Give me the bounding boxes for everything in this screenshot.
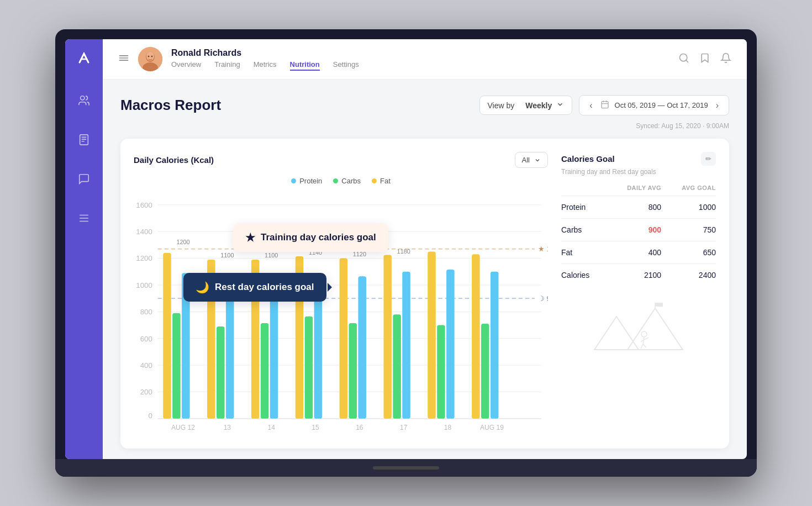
table-row: Carbs 900 750 [561, 219, 716, 241]
table-row: Calories 2100 2400 [561, 264, 716, 287]
view-select[interactable]: View by Weekly [479, 96, 573, 115]
svg-text:1100: 1100 [265, 252, 278, 259]
svg-text:18: 18 [444, 424, 452, 431]
tab-nutrition[interactable]: Nutrition [290, 60, 320, 71]
sidebar-document-icon[interactable] [73, 129, 94, 153]
row-avg-calories: 2100 [607, 264, 661, 287]
tab-training[interactable]: Training [214, 60, 240, 71]
training-tooltip: ★ Training day calories goal [233, 223, 388, 252]
row-goal-calories: 2400 [661, 264, 716, 287]
svg-text:1200: 1200 [136, 254, 152, 262]
row-label-fat: Fat [561, 241, 607, 264]
svg-text:800: 800 [140, 308, 152, 316]
sidebar-filter-icon[interactable] [73, 208, 94, 231]
tab-overview[interactable]: Overview [171, 60, 201, 71]
chart-filter[interactable]: All [515, 152, 548, 168]
bell-icon[interactable] [720, 52, 731, 66]
prev-date-button[interactable]: ‹ [587, 101, 594, 110]
main-content: Ronald Richards Overview Training Metric… [103, 39, 747, 459]
svg-rect-51 [217, 326, 225, 419]
app-logo [76, 50, 92, 69]
controls: View by Weekly ‹ [479, 95, 729, 115]
chart-section: Daily Calories (Kcal) All Protein [120, 139, 729, 449]
bookmark-icon[interactable] [699, 52, 710, 66]
svg-text:AUG 19: AUG 19 [480, 424, 504, 431]
table-row: Protein 800 1000 [561, 196, 716, 219]
sidebar-chat-icon[interactable] [73, 168, 94, 192]
rest-tooltip: 🌙 Rest day calories goal [183, 273, 326, 302]
svg-rect-1 [80, 135, 88, 145]
col-daily-avg: DAILY AVG [607, 185, 661, 196]
star-icon: ★ [245, 231, 255, 244]
svg-rect-74 [491, 272, 499, 419]
svg-text:1000: 1000 [136, 281, 152, 289]
laptop-frame: Ronald Richards Overview Training Metric… [55, 29, 757, 477]
user-name: Ronald Richards [171, 48, 669, 58]
legend-fat: Fat [372, 177, 391, 185]
table-row: Fat 400 650 [561, 241, 716, 264]
col-avg-goal: AVG GOAL [661, 185, 716, 196]
svg-text:★ 1270: ★ 1270 [538, 245, 548, 253]
view-by-label: View by [488, 101, 515, 110]
svg-text:1180: 1180 [397, 248, 410, 255]
edit-button[interactable]: ✏ [701, 152, 716, 166]
chart-svg-wrap: 1600 1400 1200 1000 800 600 400 200 0 [134, 193, 548, 435]
row-label-carbs: Carbs [561, 219, 607, 241]
svg-text:17: 17 [400, 424, 408, 431]
page-content: Macros Report View by Weekly ‹ [103, 80, 747, 459]
pencil-icon: ✏ [705, 155, 711, 163]
row-avg-protein: 800 [607, 196, 661, 219]
svg-line-18 [686, 60, 688, 62]
svg-text:15: 15 [312, 424, 319, 431]
tab-settings[interactable]: Settings [333, 60, 359, 71]
col-label [561, 185, 607, 196]
sidebar-users-icon[interactable] [73, 90, 94, 114]
svg-rect-71 [446, 270, 455, 419]
laptop-screen: Ronald Richards Overview Training Metric… [65, 39, 747, 459]
hamburger-icon[interactable] [118, 52, 129, 66]
illustration [561, 297, 716, 363]
svg-text:13: 13 [224, 424, 231, 431]
svg-text:200: 200 [140, 388, 152, 396]
carbs-dot [333, 178, 338, 183]
chart-title: Daily Calories (Kcal) [134, 155, 214, 165]
calendar-icon [600, 100, 609, 110]
svg-text:0: 0 [148, 412, 152, 420]
laptop-notch [373, 466, 439, 470]
row-avg-carbs: 900 [607, 219, 661, 241]
row-avg-fat: 400 [607, 241, 661, 264]
fat-dot [372, 178, 377, 183]
view-value: Weekly [525, 101, 552, 110]
svg-rect-55 [261, 323, 269, 419]
svg-text:☽ 900: ☽ 900 [538, 294, 548, 303]
training-tooltip-text: Training day calories goal [261, 232, 376, 243]
next-date-button[interactable]: › [714, 101, 721, 110]
svg-rect-68 [402, 272, 410, 419]
nav-tabs: Overview Training Metrics Nutrition Sett… [171, 60, 669, 71]
legend: Protein Carbs Fat [134, 177, 548, 185]
rest-tooltip-text: Rest day calories goal [215, 282, 314, 293]
user-info: Ronald Richards Overview Training Metric… [171, 48, 669, 71]
svg-line-88 [643, 344, 646, 347]
svg-point-15 [148, 56, 150, 57]
goals-table: DAILY AVG AVG GOAL Protein 800 1000 [561, 185, 716, 286]
svg-text:14: 14 [267, 424, 275, 431]
panel-subtitle: Training day and Rest day goals [561, 168, 716, 176]
svg-rect-46 [163, 253, 171, 419]
svg-line-87 [641, 344, 643, 349]
row-goal-fat: 650 [661, 241, 716, 264]
tab-metrics[interactable]: Metrics [254, 60, 277, 71]
panel-title: Calories Goal [561, 154, 615, 164]
svg-point-14 [146, 52, 154, 61]
row-goal-protein: 1000 [661, 196, 716, 219]
svg-text:1600: 1600 [136, 201, 152, 209]
svg-rect-63 [349, 323, 357, 419]
legend-protein: Protein [291, 177, 322, 185]
svg-text:AUG 12: AUG 12 [171, 424, 195, 431]
search-icon[interactable] [678, 52, 689, 66]
svg-rect-47 [172, 313, 181, 419]
date-range-text: Oct 05, 2019 — Oct 17, 2019 [615, 101, 708, 109]
row-label-calories: Calories [561, 264, 607, 287]
goal-illustration [583, 300, 694, 361]
svg-rect-59 [305, 317, 313, 419]
